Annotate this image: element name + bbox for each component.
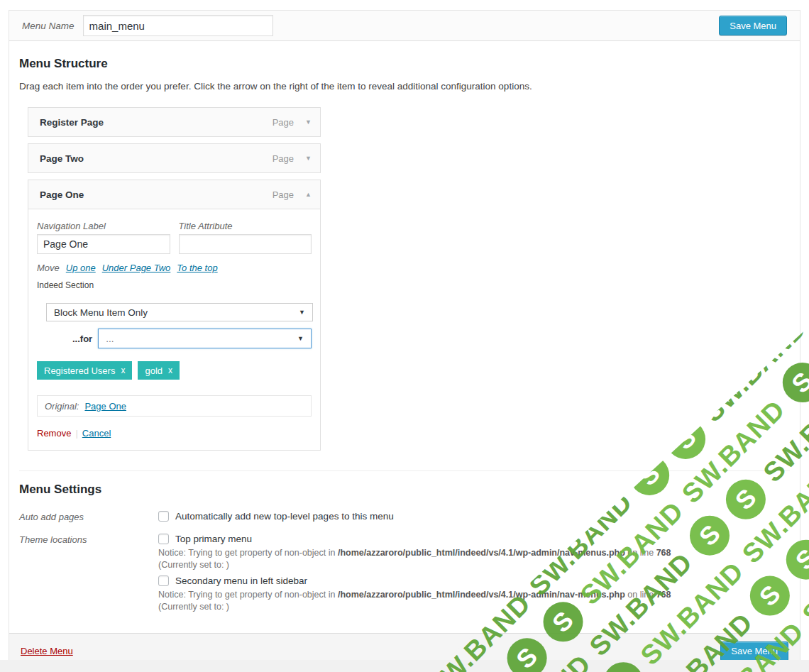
move-to-the-top-link[interactable]: To the top xyxy=(177,263,217,273)
for-select[interactable]: ... ▼ xyxy=(98,329,312,348)
for-select-value: ... xyxy=(106,334,114,344)
chevron-down-icon[interactable]: ▼ xyxy=(305,119,312,126)
menu-item-label: Register Page xyxy=(40,117,104,128)
currently-set-to: (Currently set to: ) xyxy=(158,560,671,570)
menu-name-bar: Menu Name Save Menu xyxy=(9,11,800,41)
save-menu-button-bottom[interactable]: Save Menu xyxy=(720,641,788,661)
save-menu-button-top[interactable]: Save Menu xyxy=(719,16,787,35)
menu-settings-section: Menu Settings Auto add pages Automatical… xyxy=(9,471,800,633)
item-settings-fields: Navigation Label Title Attribute xyxy=(37,221,312,254)
page-background-strip xyxy=(0,660,809,672)
notice-line-number: 768 xyxy=(656,590,671,600)
move-up-one-link[interactable]: Up one xyxy=(66,263,96,273)
notice-text: Notice: Trying to get property of non-ob… xyxy=(158,548,338,558)
menu-structure-description: Drag each item into the order you prefer… xyxy=(19,81,790,92)
separator: | xyxy=(75,428,77,439)
menu-item-type: Page xyxy=(273,189,305,200)
menu-item-label: Page One xyxy=(40,189,84,200)
notice-text: Notice: Trying to get property of non-ob… xyxy=(158,590,338,600)
top-primary-menu-checkbox[interactable] xyxy=(158,534,169,544)
title-attribute-field: Title Attribute xyxy=(179,221,312,254)
tag-registered-users: Registered Users x xyxy=(37,361,132,380)
menu-item-register-page[interactable]: Register Page Page ▼ xyxy=(28,107,321,137)
original-label: Original: xyxy=(45,401,79,412)
for-label: ...for xyxy=(72,334,92,344)
tag-list: Registered Users x gold x xyxy=(37,361,312,380)
auto-add-checkbox[interactable] xyxy=(158,511,169,522)
navigation-label-input[interactable] xyxy=(37,234,170,254)
for-row: ...for ... ▼ xyxy=(37,329,312,348)
menu-structure-section: Menu Structure Drag each item into the o… xyxy=(9,41,800,471)
move-label: Move xyxy=(37,263,60,273)
cancel-link[interactable]: Cancel xyxy=(82,428,111,439)
chevron-up-icon[interactable]: ▲ xyxy=(305,191,312,198)
indeed-section-label: Indeed Section xyxy=(37,280,312,290)
secondary-menu-checkbox[interactable] xyxy=(158,575,169,586)
menu-item-settings-panel: Navigation Label Title Attribute MoveUp … xyxy=(28,209,321,451)
menu-name-input[interactable] xyxy=(83,15,273,36)
tag-label: gold xyxy=(145,365,163,376)
theme-locations-row: Theme locations Top primary menu Notice:… xyxy=(19,534,790,612)
original-box: Original: Page One xyxy=(37,395,312,417)
menu-item-type: Page xyxy=(273,153,305,164)
remove-link[interactable]: Remove xyxy=(37,428,71,439)
menu-settings-title: Menu Settings xyxy=(19,483,790,497)
menu-structure-title: Menu Structure xyxy=(19,57,790,71)
menu-editor-panel: Menu Name Save Menu Menu Structure Drag … xyxy=(9,10,800,669)
php-notice: Notice: Trying to get property of non-ob… xyxy=(158,590,671,600)
top-primary-menu-label: Top primary menu xyxy=(175,534,252,544)
notice-text: on line xyxy=(625,590,656,600)
title-attribute-label: Title Attribute xyxy=(179,221,312,231)
auto-add-pages-row: Auto add pages Automatically add new top… xyxy=(19,511,790,522)
select-arrow-icon: ▼ xyxy=(297,335,304,342)
menu-item-type: Page xyxy=(273,117,305,128)
move-under-page-two-link[interactable]: Under Page Two xyxy=(102,263,171,273)
menu-item-label: Page Two xyxy=(40,153,84,164)
notice-text: on line xyxy=(625,548,656,558)
notice-line-number: 768 xyxy=(656,548,671,558)
menu-name-label: Menu Name xyxy=(22,21,75,31)
location-top-primary: Top primary menu Notice: Trying to get p… xyxy=(158,534,671,570)
tag-label: Registered Users xyxy=(44,365,115,376)
currently-set-to: (Currently set to: ) xyxy=(158,602,671,612)
tag-remove-icon[interactable]: x xyxy=(168,365,172,375)
menu-item-page-two[interactable]: Page Two Page ▼ xyxy=(28,143,321,173)
navigation-label-label: Navigation Label xyxy=(37,221,170,231)
notice-path: /home/azzaroro/public_html/indeed/vs/4.1… xyxy=(338,590,625,600)
delete-menu-link[interactable]: Delete Menu xyxy=(21,646,73,656)
select-arrow-icon: ▼ xyxy=(299,309,305,316)
notice-path: /home/azzaroro/public_html/indeed/vs/4.1… xyxy=(338,548,625,558)
original-page-link[interactable]: Page One xyxy=(84,401,126,412)
php-notice: Notice: Trying to get property of non-ob… xyxy=(158,548,671,558)
menu-items-list: Register Page Page ▼ Page Two Page ▼ Pag… xyxy=(28,107,321,451)
navigation-label-field: Navigation Label xyxy=(37,221,170,254)
secondary-menu-label: Secondary menu in left sidebar xyxy=(175,575,307,586)
auto-add-pages-label: Auto add pages xyxy=(19,511,158,522)
move-line: MoveUp oneUnder Page TwoTo the top xyxy=(37,263,312,273)
auto-add-checkbox-label: Automatically add new top-level pages to… xyxy=(175,511,394,522)
block-menu-item-select[interactable]: Block Menu Item Only ▼ xyxy=(46,303,313,321)
chevron-down-icon[interactable]: ▼ xyxy=(305,155,312,162)
tag-gold: gold x xyxy=(138,361,180,380)
title-attribute-input[interactable] xyxy=(179,234,312,254)
remove-cancel-row: Remove|Cancel xyxy=(37,428,312,439)
location-secondary-sidebar: Secondary menu in left sidebar Notice: T… xyxy=(158,575,671,612)
block-menu-item-select-value: Block Menu Item Only xyxy=(54,307,148,318)
tag-remove-icon[interactable]: x xyxy=(121,365,125,375)
menu-item-page-one[interactable]: Page One Page ▲ xyxy=(28,180,321,209)
theme-locations-label: Theme locations xyxy=(19,534,158,612)
